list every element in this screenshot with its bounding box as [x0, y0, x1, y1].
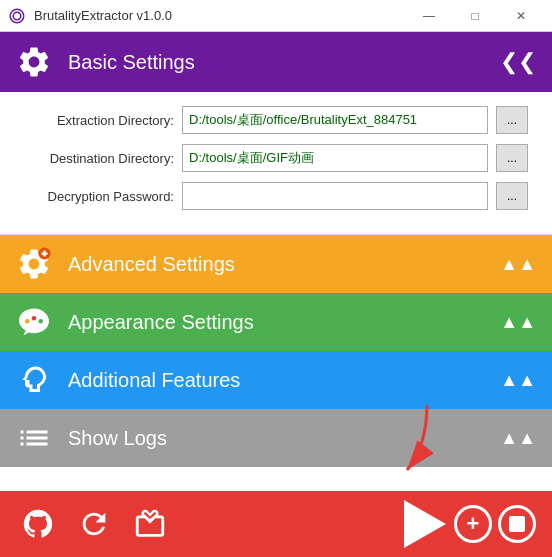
advanced-settings-title: Advanced Settings — [68, 253, 484, 276]
close-button[interactable]: ✕ — [498, 0, 544, 32]
basic-settings-title: Basic Settings — [68, 51, 484, 74]
destination-directory-row: Destination Directory: ... — [24, 144, 528, 172]
additional-icon — [16, 362, 52, 398]
basic-settings-icon — [16, 44, 52, 80]
password-row: Decryption Password: ... — [24, 182, 528, 210]
app-icon — [8, 7, 26, 25]
additional-features-header[interactable]: Additional Features ▲▲ — [0, 351, 552, 409]
toolbar-left — [16, 502, 172, 546]
advanced-settings-icon — [16, 246, 52, 282]
advanced-settings-header[interactable]: Advanced Settings ▲▲ — [0, 235, 552, 293]
logs-chevron-icon: ▲▲ — [500, 428, 536, 449]
appearance-settings-header[interactable]: Appearance Settings ▲▲ — [0, 293, 552, 351]
title-bar-controls: — □ ✕ — [406, 0, 544, 32]
archive-icon — [133, 507, 167, 541]
appearance-icon — [16, 304, 52, 340]
basic-settings-header[interactable]: Basic Settings ❮❮ — [0, 32, 552, 92]
maximize-button[interactable]: □ — [452, 0, 498, 32]
toolbar-right: + — [396, 498, 536, 550]
destination-label: Destination Directory: — [24, 151, 174, 166]
plus-icon: + — [467, 511, 480, 537]
stop-button[interactable] — [498, 505, 536, 543]
extraction-input[interactable] — [182, 106, 488, 134]
show-logs-title: Show Logs — [68, 427, 484, 450]
refresh-icon — [77, 507, 111, 541]
appearance-chevron-icon: ▲▲ — [500, 312, 536, 333]
archive-button[interactable] — [128, 502, 172, 546]
logs-icon — [16, 420, 52, 456]
play-triangle-icon — [404, 500, 446, 548]
additional-features-title: Additional Features — [68, 369, 484, 392]
extraction-label: Extraction Directory: — [24, 113, 174, 128]
password-input[interactable] — [182, 182, 488, 210]
github-icon — [21, 507, 55, 541]
show-logs-header[interactable]: Show Logs ▲▲ — [0, 409, 552, 467]
basic-settings-body: Extraction Directory: ... Destination Di… — [0, 92, 552, 235]
password-browse-btn[interactable]: ... — [496, 182, 528, 210]
bottom-toolbar: + — [0, 491, 552, 557]
svg-point-1 — [25, 319, 30, 324]
title-bar-left: BrutalityExtractor v1.0.0 — [8, 7, 172, 25]
basic-settings-chevron: ❮❮ — [500, 49, 536, 75]
extraction-directory-row: Extraction Directory: ... — [24, 106, 528, 134]
title-bar: BrutalityExtractor v1.0.0 — □ ✕ — [0, 0, 552, 32]
main-content: Basic Settings ❮❮ Extraction Directory: … — [0, 32, 552, 557]
extraction-browse-btn[interactable]: ... — [496, 106, 528, 134]
minimize-button[interactable]: — — [406, 0, 452, 32]
destination-input[interactable] — [182, 144, 488, 172]
play-button[interactable] — [396, 498, 448, 550]
refresh-button[interactable] — [72, 502, 116, 546]
advanced-chevron-icon: ▲▲ — [500, 255, 536, 273]
svg-point-2 — [32, 316, 37, 321]
svg-point-3 — [39, 319, 44, 324]
additional-chevron-icon: ▲▲ — [500, 370, 536, 391]
add-button[interactable]: + — [454, 505, 492, 543]
password-label: Decryption Password: — [24, 189, 174, 204]
app-title: BrutalityExtractor v1.0.0 — [34, 8, 172, 23]
appearance-settings-title: Appearance Settings — [68, 311, 484, 334]
github-button[interactable] — [16, 502, 60, 546]
destination-browse-btn[interactable]: ... — [496, 144, 528, 172]
